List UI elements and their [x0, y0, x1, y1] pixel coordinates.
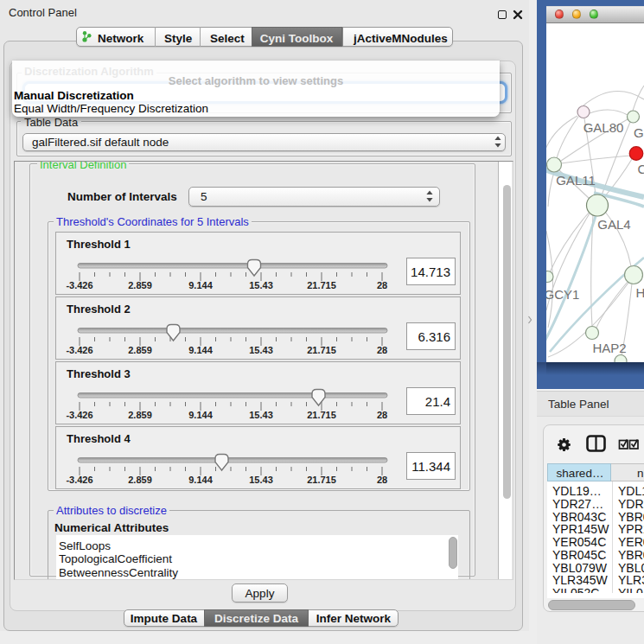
svg-text:15.43: 15.43 — [249, 280, 273, 290]
svg-text:GAL80: GAL80 — [583, 120, 624, 135]
svg-text:28: 28 — [377, 475, 387, 485]
svg-text:-3.426: -3.426 — [66, 475, 92, 485]
svg-text:21.715: 21.715 — [307, 280, 336, 290]
svg-text:-3.426: -3.426 — [66, 345, 92, 355]
svg-text:21.715: 21.715 — [307, 475, 336, 485]
svg-text:15.43: 15.43 — [249, 475, 273, 485]
svg-text:-3.426: -3.426 — [66, 280, 92, 290]
svg-text:GAL11: GAL11 — [556, 173, 596, 188]
svg-text:2.859: 2.859 — [128, 475, 152, 485]
svg-text:9.144: 9.144 — [188, 280, 213, 290]
svg-text:HAP2: HAP2 — [592, 341, 626, 355]
svg-text:9.144: 9.144 — [188, 410, 213, 420]
svg-text:2.859: 2.859 — [128, 280, 152, 290]
svg-text:9.144: 9.144 — [188, 475, 213, 485]
svg-text:28: 28 — [377, 280, 387, 290]
svg-text:21.715: 21.715 — [307, 410, 336, 420]
svg-text:28: 28 — [377, 345, 387, 355]
svg-text:C: C — [638, 162, 644, 176]
svg-text:15.43: 15.43 — [249, 410, 273, 420]
svg-text:2.859: 2.859 — [128, 410, 152, 420]
svg-text:2.859: 2.859 — [128, 345, 152, 355]
svg-text:21.715: 21.715 — [307, 345, 336, 355]
svg-text:28: 28 — [377, 410, 387, 420]
svg-text:GAL4: GAL4 — [597, 217, 630, 232]
svg-text:9.144: 9.144 — [188, 345, 213, 355]
svg-text:-3.426: -3.426 — [66, 410, 92, 420]
svg-text:H: H — [636, 285, 644, 300]
svg-text:G.: G. — [634, 125, 644, 140]
svg-text:GCY1: GCY1 — [546, 287, 579, 302]
svg-text:15.43: 15.43 — [249, 345, 273, 355]
